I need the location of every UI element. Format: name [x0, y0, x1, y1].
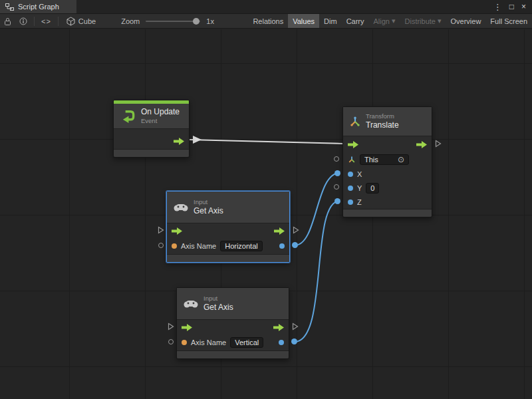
control-out-arrow-icon[interactable] [274, 227, 285, 235]
control-in-arrow-icon[interactable] [348, 141, 358, 148]
string-port-dot[interactable] [172, 243, 177, 249]
zoom-slider[interactable] [146, 21, 200, 22]
axis-name-field[interactable]: Vertical [230, 337, 263, 348]
float-output-dot[interactable] [279, 340, 284, 345]
get-axis-v-value-out-port[interactable] [291, 338, 297, 344]
x-input-row: X [343, 167, 432, 181]
float-port-dot[interactable] [348, 186, 353, 191]
translate-control-out-port[interactable] [435, 140, 442, 148]
axis-name-field[interactable]: Horizontal [220, 241, 263, 251]
control-in-arrow-icon[interactable] [182, 324, 192, 331]
axis-name-row: Axis Name Vertical [177, 334, 289, 350]
translate-ports: This ⊙ X Y 0 Z [343, 136, 432, 209]
node-title: On Update [141, 107, 180, 117]
y-port-label: Y [357, 184, 362, 192]
axis-name-row: Axis Name Horizontal [167, 238, 289, 254]
full-screen-button[interactable]: Full Screen [485, 14, 532, 28]
inspect-button[interactable] [15, 14, 31, 28]
float-output-dot[interactable] [279, 243, 285, 249]
window-menu-icon[interactable]: ⋮ [493, 3, 502, 11]
get-axis-h-control-in-port[interactable] [158, 226, 164, 234]
float-port-dot[interactable] [348, 200, 353, 205]
graph-toolbar: <> Cube Zoom 1x Relations Values Dim Car… [0, 14, 532, 29]
this-value: This [364, 156, 378, 164]
get-axis-h-value-out-port[interactable] [292, 242, 298, 248]
get-axis-v-header: Input Get Axis [177, 288, 289, 320]
string-port-dot[interactable] [182, 340, 187, 345]
translate-z-port[interactable] [334, 198, 340, 204]
dim-button[interactable]: Dim [319, 14, 342, 28]
zoom-label: Zoom [121, 17, 140, 25]
axis-name-label: Axis Name [181, 242, 216, 250]
y-value-field[interactable]: 0 [366, 183, 379, 194]
get-axis-v-ports: Axis Name Vertical [177, 320, 289, 350]
node-on-update[interactable]: On Update Event [113, 100, 190, 158]
lock-button[interactable] [0, 14, 15, 28]
axis-name-label: Axis Name [191, 338, 226, 346]
zoom-slider-handle[interactable] [193, 18, 200, 25]
overview-button[interactable]: Overview [446, 14, 486, 28]
window-controls: ⋮ □ × [493, 0, 532, 13]
toolbar-separator [58, 17, 59, 26]
update-loop-icon [120, 109, 136, 123]
zoom-value: 1x [206, 17, 214, 25]
relations-button[interactable]: Relations [248, 14, 288, 28]
node-get-axis-vertical[interactable]: Input Get Axis Axis Name Vertical [176, 287, 289, 359]
distribute-dropdown[interactable]: Distribute ▾ [400, 14, 446, 28]
node-footer [167, 254, 289, 262]
node-title: Translate [366, 120, 399, 130]
toolbar-separator [34, 17, 35, 26]
close-icon[interactable]: × [521, 3, 526, 11]
chevron-down-icon: ▾ [392, 17, 396, 25]
get-axis-h-control-out-port[interactable] [293, 226, 299, 234]
control-in-arrow-icon[interactable] [172, 227, 182, 235]
get-axis-h-value-in-port[interactable] [158, 243, 164, 248]
node-category: Transform [366, 112, 399, 120]
z-port-label: Z [357, 198, 362, 206]
get-axis-v-value-in-port[interactable] [168, 339, 174, 344]
this-row: This ⊙ [343, 152, 432, 167]
node-subtitle: Event [141, 117, 180, 125]
graph-owner-object[interactable]: Cube [61, 17, 101, 26]
node-category: Input [203, 295, 233, 303]
transform-mini-icon [348, 156, 356, 164]
object-picker-icon[interactable]: ⊙ [398, 156, 404, 164]
edit-source-button[interactable]: <> [37, 14, 55, 28]
get-axis-h-ports: Axis Name Horizontal [167, 223, 289, 254]
zoom-control: Zoom 1x [101, 17, 214, 25]
node-translate[interactable]: Transform Translate This ⊙ [342, 106, 432, 217]
translate-x-port[interactable] [334, 170, 340, 176]
control-out-arrow-icon[interactable] [273, 324, 284, 331]
float-port-dot[interactable] [348, 172, 353, 177]
toolbar-button-group: Relations Values Dim Carry Align ▾ Distr… [248, 14, 532, 28]
get-axis-v-control-out-port[interactable] [292, 323, 299, 331]
node-footer [343, 209, 432, 217]
control-out-arrow-icon[interactable] [174, 138, 184, 145]
node-get-axis-horizontal[interactable]: Input Get Axis Axis Name Horizontal [166, 191, 290, 263]
gamepad-icon [174, 203, 188, 211]
node-footer [114, 149, 189, 157]
align-dropdown[interactable]: Align ▾ [369, 14, 400, 28]
node-title: Get Axis [203, 303, 233, 313]
on-update-header: On Update Event [114, 104, 189, 129]
values-button[interactable]: Values [288, 14, 319, 28]
carry-button[interactable]: Carry [342, 14, 369, 28]
get-axis-v-control-in-port[interactable] [168, 323, 174, 331]
get-axis-h-header: Input Get Axis [167, 192, 289, 223]
code-icon: <> [41, 17, 51, 25]
node-category: Input [194, 198, 223, 206]
tab-script-graph[interactable]: Script Graph [0, 0, 76, 13]
this-object-field[interactable]: This ⊙ [360, 154, 409, 165]
z-input-row: Z [343, 195, 432, 209]
script-graph-icon [5, 3, 14, 11]
translate-this-port[interactable] [334, 156, 339, 162]
control-out-row [114, 133, 189, 149]
maximize-icon[interactable]: □ [509, 3, 514, 11]
control-out-arrow-icon[interactable] [416, 141, 427, 148]
chevron-down-icon: ▾ [438, 17, 442, 25]
x-port-label: X [357, 170, 362, 178]
cube-icon [66, 17, 75, 26]
lock-icon [4, 17, 11, 25]
object-name: Cube [78, 17, 96, 25]
translate-y-port[interactable] [334, 184, 339, 190]
